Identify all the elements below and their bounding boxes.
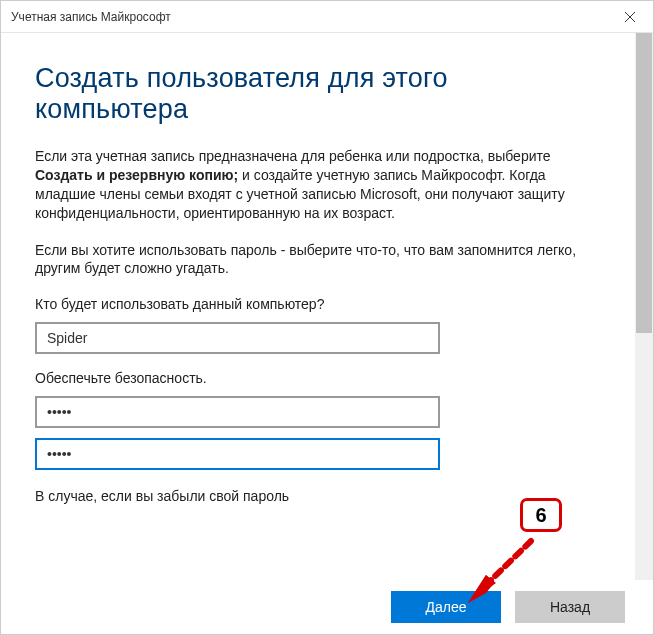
scrollbar-thumb[interactable] [636,33,652,333]
username-input[interactable] [35,322,440,354]
window-title: Учетная запись Майкрософт [11,10,171,24]
intro-prefix: Если эта учетная запись предназначена дл… [35,148,551,164]
password-advice: Если вы хотите использовать пароль - выб… [35,241,605,279]
next-button[interactable]: Далее [391,591,501,623]
content-wrapper: Создать пользователя для этого компьютер… [1,33,653,634]
close-button[interactable] [607,1,653,33]
close-icon [625,12,635,22]
back-button[interactable]: Назад [515,591,625,623]
confirm-password-input[interactable] [35,438,440,470]
footer: Далее Назад [1,580,653,634]
security-label: Обеспечьте безопасность. [35,370,605,386]
username-label: Кто будет использовать данный компьютер? [35,296,605,312]
titlebar: Учетная запись Майкрософт [1,1,653,33]
intro-paragraph: Если эта учетная запись предназначена дл… [35,147,605,223]
page-title: Создать пользователя для этого компьютер… [35,63,605,125]
scrollbar-track[interactable] [635,33,653,580]
intro-bold: Создать и резервную копию; [35,167,238,183]
password-input[interactable] [35,396,440,428]
annotation-badge: 6 [520,498,562,532]
dialog-window: Учетная запись Майкрософт Создать пользо… [0,0,654,635]
